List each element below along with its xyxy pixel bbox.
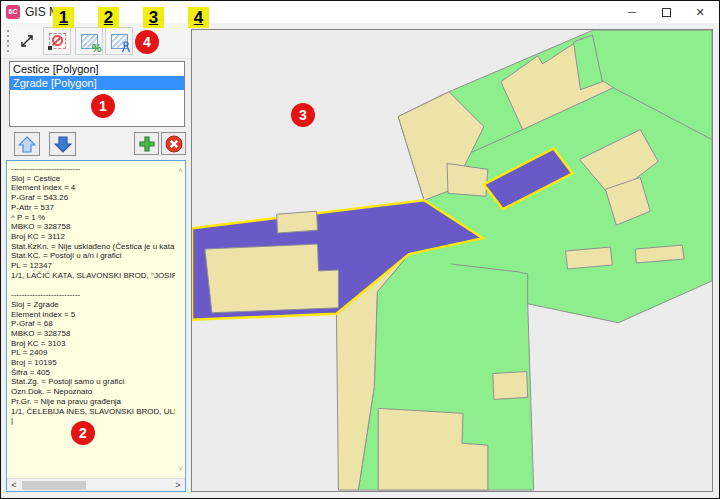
info-text: -------------------------- Sloj = Cestic… (11, 164, 175, 426)
annotation-callout: 1 (91, 94, 115, 118)
remove-layer-button[interactable] (161, 132, 186, 155)
delete-x-icon (165, 135, 183, 153)
map-panel[interactable] (191, 29, 713, 492)
cancel-selection-button[interactable] (43, 27, 71, 55)
annotation-callout: 3 (291, 103, 315, 127)
annotation-number-label: 2 (98, 7, 119, 28)
building-tan[interactable] (277, 211, 318, 233)
annotation-callout: 4 (135, 30, 159, 54)
map-svg (192, 30, 712, 491)
building-tan[interactable] (566, 247, 613, 269)
percent-glyph: % (92, 42, 102, 54)
area-percent-button[interactable]: % (75, 27, 103, 55)
window-controls: ─ ✕ (615, 1, 717, 23)
maximize-icon (662, 8, 671, 17)
down-arrow-icon (54, 136, 72, 153)
toolbar-grip[interactable] (7, 30, 9, 52)
maximize-button[interactable] (649, 1, 683, 23)
building-tan[interactable] (447, 163, 488, 196)
hatched-compass-icon (111, 34, 128, 49)
building-tan[interactable] (493, 372, 528, 400)
zoom-extents-button[interactable] (13, 27, 41, 55)
plus-icon (138, 135, 156, 153)
annotation-number-label: 1 (53, 7, 74, 28)
scroll-right-arrow[interactable]: > (171, 479, 185, 492)
scrollbar-thumb[interactable] (22, 481, 86, 490)
layer-list[interactable]: Cestice [Polygon]Zgrade [Polygon] (9, 61, 185, 127)
annotation-number-label: 3 (143, 7, 164, 28)
diagonal-resize-arrow-icon (18, 32, 36, 50)
layer-item[interactable]: Zgrade [Polygon] (10, 76, 184, 90)
annotation-callout: 2 (71, 421, 95, 445)
up-arrow-icon (18, 136, 36, 153)
scroll-down-chevron[interactable]: ˅ (178, 465, 183, 473)
annotation-number-label: 4 (188, 7, 209, 28)
scroll-up-chevron[interactable]: ˄ (178, 167, 183, 175)
move-up-button[interactable] (14, 132, 40, 156)
app-icon: 6C (6, 5, 20, 19)
window: 6C GIS M ─ ✕ (0, 0, 720, 499)
prohibition-icon (49, 33, 66, 49)
toolbar: % (1, 23, 191, 59)
move-down-button[interactable] (49, 132, 76, 156)
minimize-button[interactable]: ─ (615, 1, 649, 23)
close-button[interactable]: ✕ (683, 1, 717, 23)
area-attributes-button[interactable] (105, 27, 133, 55)
hatched-percent-icon: % (81, 34, 98, 49)
layer-item[interactable]: Cestice [Polygon] (10, 62, 184, 76)
add-layer-button[interactable] (134, 132, 159, 155)
minimize-icon: ─ (628, 6, 636, 18)
scroll-left-arrow[interactable]: < (7, 479, 21, 492)
close-icon: ✕ (695, 6, 704, 19)
horizontal-scrollbar[interactable]: < > (7, 478, 185, 491)
attribute-info-panel[interactable]: -------------------------- Sloj = Cestic… (6, 160, 186, 492)
